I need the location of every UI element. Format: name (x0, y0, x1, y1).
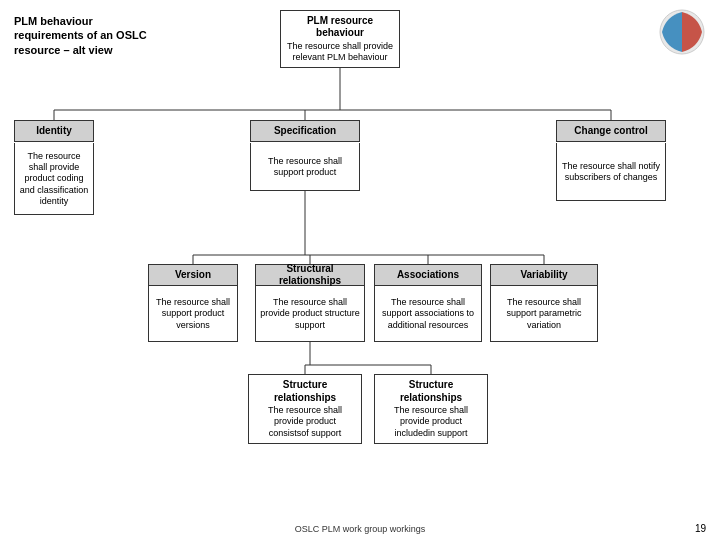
plm-resource-behaviour-box: PLM resource behaviour The resource shal… (280, 10, 400, 68)
logo (658, 8, 706, 56)
identity-body-box: The resource shall provide product codin… (14, 143, 94, 215)
version-body-box: The resource shall support product versi… (148, 286, 238, 342)
identity-title: Identity (36, 125, 72, 138)
change-control-title: Change control (574, 125, 647, 138)
page-number: 19 (695, 523, 706, 534)
associations-body-box: The resource shall support associations … (374, 286, 482, 342)
change-control-body-box: The resource shall notify subscribers of… (556, 143, 666, 201)
variability-header-box: Variability (490, 264, 598, 286)
variability-body-text: The resource shall support parametric va… (495, 297, 593, 331)
change-control-body-text: The resource shall notify subscribers of… (561, 161, 661, 184)
plm-resource-behaviour-title: PLM resource behaviour (285, 15, 395, 40)
associations-body-text: The resource shall support associations … (379, 297, 477, 331)
identity-header-box: Identity (14, 120, 94, 142)
version-title: Version (175, 269, 211, 282)
structure-rel-includedin-body: The resource shall provide product inclu… (379, 405, 483, 439)
footer-text: OSLC PLM work group workings (295, 524, 426, 534)
specification-body-text: The resource shall support product (255, 156, 355, 179)
variability-body-box: The resource shall support parametric va… (490, 286, 598, 342)
associations-header-box: Associations (374, 264, 482, 286)
structural-relationships-title: Structural relationships (260, 263, 360, 288)
associations-title: Associations (397, 269, 459, 282)
identity-body-text: The resource shall provide product codin… (19, 151, 89, 207)
version-header-box: Version (148, 264, 238, 286)
structural-relationships-body-text: The resource shall provide product struc… (260, 297, 360, 331)
version-body-text: The resource shall support product versi… (153, 297, 233, 331)
page-title: PLM behaviour requirements of an OSLC re… (14, 14, 154, 57)
structural-relationships-body-box: The resource shall provide product struc… (255, 286, 365, 342)
specification-title: Specification (274, 125, 336, 138)
structure-rel-includedin-box: Structure relationships The resource sha… (374, 374, 488, 444)
specification-header-box: Specification (250, 120, 360, 142)
structure-rel-consistsof-box: Structure relationships The resource sha… (248, 374, 362, 444)
variability-title: Variability (520, 269, 567, 282)
structure-rel-consistsof-title: Structure relationships (253, 379, 357, 404)
specification-body-box: The resource shall support product (250, 143, 360, 191)
structure-rel-includedin-title: Structure relationships (379, 379, 483, 404)
plm-resource-behaviour-body: The resource shall provide relevant PLM … (285, 41, 395, 64)
structure-rel-consistsof-body: The resource shall provide product consi… (253, 405, 357, 439)
change-control-header-box: Change control (556, 120, 666, 142)
title-area: PLM behaviour requirements of an OSLC re… (14, 14, 154, 57)
page: PLM behaviour requirements of an OSLC re… (0, 0, 720, 540)
structural-relationships-header-box: Structural relationships (255, 264, 365, 286)
